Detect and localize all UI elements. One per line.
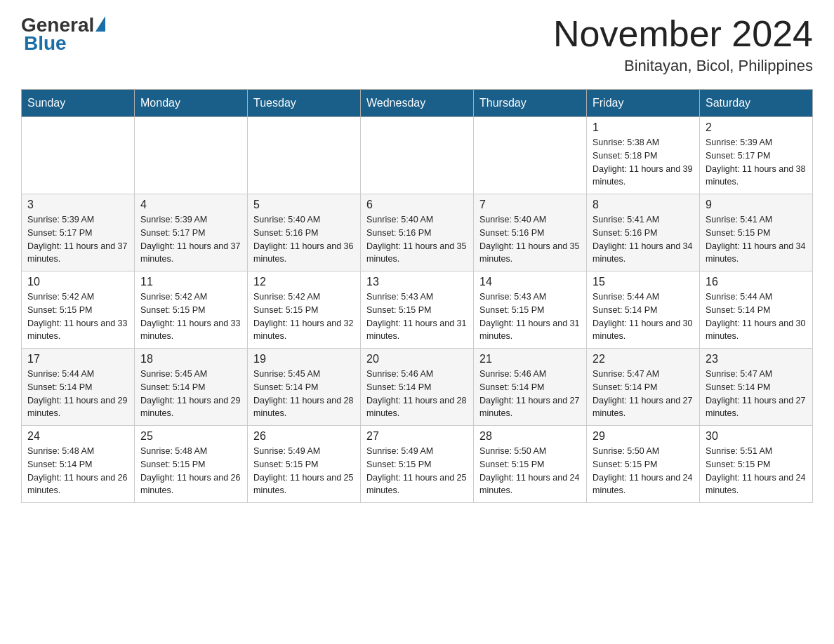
day-number: 20 <box>366 353 468 365</box>
day-info: Sunrise: 5:42 AMSunset: 5:15 PMDaylight:… <box>27 290 128 343</box>
calendar-cell: 3Sunrise: 5:39 AMSunset: 5:17 PMDaylight… <box>22 194 135 271</box>
day-info: Sunrise: 5:40 AMSunset: 5:16 PMDaylight:… <box>479 213 581 266</box>
calendar-header-thursday: Thursday <box>474 90 587 117</box>
day-info: Sunrise: 5:45 AMSunset: 5:14 PMDaylight:… <box>253 368 355 420</box>
calendar-header-monday: Monday <box>135 90 248 117</box>
calendar-cell: 5Sunrise: 5:40 AMSunset: 5:16 PMDaylight… <box>248 194 361 271</box>
day-info: Sunrise: 5:43 AMSunset: 5:15 PMDaylight:… <box>479 290 581 343</box>
calendar-cell: 14Sunrise: 5:43 AMSunset: 5:15 PMDayligh… <box>474 271 587 349</box>
calendar-cell <box>361 117 474 194</box>
calendar-cell: 16Sunrise: 5:44 AMSunset: 5:14 PMDayligh… <box>700 271 813 349</box>
calendar-header-saturday: Saturday <box>700 90 813 117</box>
calendar-cell: 21Sunrise: 5:46 AMSunset: 5:14 PMDayligh… <box>474 349 587 426</box>
calendar-week-row: 17Sunrise: 5:44 AMSunset: 5:14 PMDayligh… <box>22 349 813 426</box>
day-number: 1 <box>593 121 694 134</box>
calendar-cell: 6Sunrise: 5:40 AMSunset: 5:16 PMDaylight… <box>361 194 474 271</box>
day-info: Sunrise: 5:45 AMSunset: 5:14 PMDaylight:… <box>140 368 241 420</box>
day-number: 15 <box>593 276 694 288</box>
calendar-cell: 23Sunrise: 5:47 AMSunset: 5:14 PMDayligh… <box>700 349 813 426</box>
day-number: 11 <box>140 276 241 288</box>
logo: General Blue <box>21 14 105 55</box>
day-number: 5 <box>253 199 355 211</box>
calendar-table: SundayMondayTuesdayWednesdayThursdayFrid… <box>21 89 813 503</box>
day-number: 24 <box>27 430 128 443</box>
day-info: Sunrise: 5:44 AMSunset: 5:14 PMDaylight:… <box>593 290 694 343</box>
day-number: 13 <box>366 276 468 288</box>
calendar-cell: 10Sunrise: 5:42 AMSunset: 5:15 PMDayligh… <box>22 271 135 349</box>
day-number: 9 <box>706 199 807 211</box>
calendar-cell: 9Sunrise: 5:41 AMSunset: 5:15 PMDaylight… <box>700 194 813 271</box>
calendar-cell: 7Sunrise: 5:40 AMSunset: 5:16 PMDaylight… <box>474 194 587 271</box>
day-number: 28 <box>479 430 581 443</box>
calendar-cell <box>135 117 248 194</box>
calendar-cell: 22Sunrise: 5:47 AMSunset: 5:14 PMDayligh… <box>587 349 700 426</box>
day-number: 16 <box>706 276 807 288</box>
calendar-cell: 15Sunrise: 5:44 AMSunset: 5:14 PMDayligh… <box>587 271 700 349</box>
day-info: Sunrise: 5:48 AMSunset: 5:14 PMDaylight:… <box>27 445 128 497</box>
day-number: 8 <box>593 199 694 211</box>
calendar-cell: 18Sunrise: 5:45 AMSunset: 5:14 PMDayligh… <box>135 349 248 426</box>
day-info: Sunrise: 5:43 AMSunset: 5:15 PMDaylight:… <box>366 290 468 343</box>
calendar-week-row: 10Sunrise: 5:42 AMSunset: 5:15 PMDayligh… <box>22 271 813 349</box>
day-info: Sunrise: 5:50 AMSunset: 5:15 PMDaylight:… <box>479 445 581 497</box>
calendar-cell <box>22 117 135 194</box>
calendar-week-row: 3Sunrise: 5:39 AMSunset: 5:17 PMDaylight… <box>22 194 813 271</box>
day-info: Sunrise: 5:39 AMSunset: 5:17 PMDaylight:… <box>140 213 241 266</box>
calendar-cell: 17Sunrise: 5:44 AMSunset: 5:14 PMDayligh… <box>22 349 135 426</box>
calendar-header-row: SundayMondayTuesdayWednesdayThursdayFrid… <box>22 90 813 117</box>
calendar-cell: 27Sunrise: 5:49 AMSunset: 5:15 PMDayligh… <box>361 426 474 503</box>
calendar-cell: 26Sunrise: 5:49 AMSunset: 5:15 PMDayligh… <box>248 426 361 503</box>
calendar-cell: 8Sunrise: 5:41 AMSunset: 5:16 PMDaylight… <box>587 194 700 271</box>
day-info: Sunrise: 5:40 AMSunset: 5:16 PMDaylight:… <box>253 213 355 266</box>
day-info: Sunrise: 5:39 AMSunset: 5:17 PMDaylight:… <box>706 136 807 189</box>
day-info: Sunrise: 5:42 AMSunset: 5:15 PMDaylight:… <box>140 290 241 343</box>
day-number: 21 <box>479 353 581 365</box>
calendar-cell: 11Sunrise: 5:42 AMSunset: 5:15 PMDayligh… <box>135 271 248 349</box>
day-info: Sunrise: 5:40 AMSunset: 5:16 PMDaylight:… <box>366 213 468 266</box>
calendar-cell: 30Sunrise: 5:51 AMSunset: 5:15 PMDayligh… <box>700 426 813 503</box>
day-info: Sunrise: 5:46 AMSunset: 5:14 PMDaylight:… <box>366 368 468 420</box>
day-info: Sunrise: 5:49 AMSunset: 5:15 PMDaylight:… <box>366 445 468 497</box>
day-info: Sunrise: 5:47 AMSunset: 5:14 PMDaylight:… <box>593 368 694 420</box>
calendar-header-tuesday: Tuesday <box>248 90 361 117</box>
calendar-cell: 29Sunrise: 5:50 AMSunset: 5:15 PMDayligh… <box>587 426 700 503</box>
logo-triangle-icon <box>95 16 105 32</box>
calendar-week-row: 24Sunrise: 5:48 AMSunset: 5:14 PMDayligh… <box>22 426 813 503</box>
calendar-cell: 25Sunrise: 5:48 AMSunset: 5:15 PMDayligh… <box>135 426 248 503</box>
calendar-header-wednesday: Wednesday <box>361 90 474 117</box>
day-info: Sunrise: 5:48 AMSunset: 5:15 PMDaylight:… <box>140 445 241 497</box>
day-number: 12 <box>253 276 355 288</box>
calendar-subtitle: Binitayan, Bicol, Philippines <box>553 57 813 75</box>
day-number: 18 <box>140 353 241 365</box>
calendar-cell: 24Sunrise: 5:48 AMSunset: 5:14 PMDayligh… <box>22 426 135 503</box>
calendar-cell: 4Sunrise: 5:39 AMSunset: 5:17 PMDaylight… <box>135 194 248 271</box>
day-info: Sunrise: 5:42 AMSunset: 5:15 PMDaylight:… <box>253 290 355 343</box>
calendar-cell: 13Sunrise: 5:43 AMSunset: 5:15 PMDayligh… <box>361 271 474 349</box>
calendar-cell <box>248 117 361 194</box>
day-info: Sunrise: 5:38 AMSunset: 5:18 PMDaylight:… <box>593 136 694 189</box>
day-info: Sunrise: 5:46 AMSunset: 5:14 PMDaylight:… <box>479 368 581 420</box>
day-info: Sunrise: 5:41 AMSunset: 5:15 PMDaylight:… <box>706 213 807 266</box>
day-info: Sunrise: 5:44 AMSunset: 5:14 PMDaylight:… <box>706 290 807 343</box>
day-info: Sunrise: 5:49 AMSunset: 5:15 PMDaylight:… <box>253 445 355 497</box>
day-info: Sunrise: 5:41 AMSunset: 5:16 PMDaylight:… <box>593 213 694 266</box>
calendar-cell: 19Sunrise: 5:45 AMSunset: 5:14 PMDayligh… <box>248 349 361 426</box>
day-number: 10 <box>27 276 128 288</box>
day-info: Sunrise: 5:44 AMSunset: 5:14 PMDaylight:… <box>27 368 128 420</box>
day-number: 17 <box>27 353 128 365</box>
day-number: 7 <box>479 199 581 211</box>
calendar-header-sunday: Sunday <box>22 90 135 117</box>
day-number: 25 <box>140 430 241 443</box>
day-number: 23 <box>706 353 807 365</box>
day-number: 26 <box>253 430 355 443</box>
calendar-cell <box>474 117 587 194</box>
day-info: Sunrise: 5:50 AMSunset: 5:15 PMDaylight:… <box>593 445 694 497</box>
day-number: 4 <box>140 199 241 211</box>
day-number: 3 <box>27 199 128 211</box>
calendar-cell: 2Sunrise: 5:39 AMSunset: 5:17 PMDaylight… <box>700 117 813 194</box>
day-number: 30 <box>706 430 807 443</box>
title-block: November 2024 Binitayan, Bicol, Philippi… <box>553 14 813 75</box>
calendar-title: November 2024 <box>553 14 813 54</box>
calendar-cell: 1Sunrise: 5:38 AMSunset: 5:18 PMDaylight… <box>587 117 700 194</box>
calendar-cell: 20Sunrise: 5:46 AMSunset: 5:14 PMDayligh… <box>361 349 474 426</box>
